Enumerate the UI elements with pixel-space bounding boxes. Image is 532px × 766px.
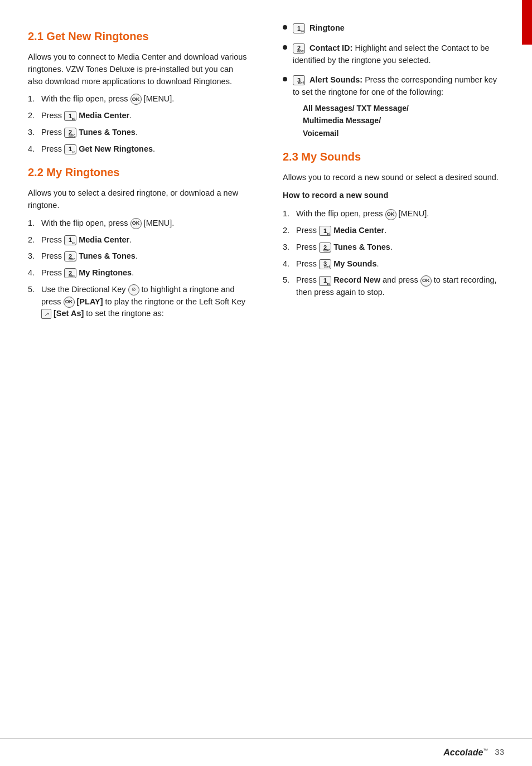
- step-22-4: 4. Press 2abc My Ringtones.: [28, 267, 249, 279]
- bullet-list: 1₂₀ Ringtone 2abc Contact ID: Highlight …: [283, 22, 504, 139]
- ok-icon: OK: [130, 94, 142, 105]
- step-23-1: 1. With the flip open, press OK [MENU].: [283, 208, 504, 220]
- key-2-23-icon: 2abc: [319, 243, 331, 253]
- right-column: 1₂₀ Ringtone 2abc Contact ID: Highlight …: [277, 22, 504, 329]
- section-21-title: 2.1 Get New Ringtones: [28, 28, 249, 45]
- section-21-steps: 1. With the flip open, press OK [MENU]. …: [28, 93, 249, 155]
- key-1-23-icon: 1₂₀: [319, 226, 331, 236]
- bullet-dot: [283, 25, 287, 30]
- how-to-title: How to record a new sound: [283, 190, 504, 202]
- key-3-alert-icon: 3def: [293, 75, 305, 85]
- key-2abc-icon: 2abc: [64, 128, 76, 138]
- bullet-ringtone: 1₂₀ Ringtone: [283, 22, 504, 35]
- key-1-ringtone-icon: 1₂₀: [293, 23, 305, 33]
- ok-icon-23: OK: [385, 209, 396, 220]
- step-23-2: 2. Press 1₂₀ Media Center.: [283, 225, 504, 237]
- step-22-1: 1. With the flip open, press OK [MENU].: [28, 217, 249, 230]
- key-1-icon: 1₂₀: [64, 111, 76, 121]
- step-22-3: 3. Press 2abc Tunes & Tones.: [28, 250, 249, 263]
- step-22-5: 5. Use the Directional Key ⊙ to highligh…: [28, 284, 249, 320]
- key-3-23-icon: 3def: [319, 259, 331, 269]
- left-column: 2.1 Get New Ringtones Allows you to conn…: [28, 22, 255, 329]
- key-2b-icon: 2abc: [64, 251, 76, 261]
- bullet-contact-id: 2abc Contact ID: Highlight and select th…: [283, 42, 504, 67]
- two-col-layout: 2.1 Get New Ringtones Allows you to conn…: [28, 22, 504, 329]
- step-21-4: 4. Press 1₂₀ Get New Ringtones.: [28, 143, 249, 156]
- key-1b-icon: 1₂₀: [64, 144, 76, 154]
- bookmark-tab: [522, 0, 532, 45]
- page-container: 2.1 Get New Ringtones Allows you to conn…: [0, 0, 532, 766]
- section-22-steps: 1. With the flip open, press OK [MENU]. …: [28, 217, 249, 320]
- step-21-1: 1. With the flip open, press OK [MENU].: [28, 93, 249, 105]
- page-number: 33: [495, 746, 504, 759]
- section-22-title: 2.2 My Ringtones: [28, 164, 249, 181]
- bullet-dot-2: [283, 45, 287, 50]
- ok-icon-22: OK: [130, 218, 142, 229]
- step-22-2: 2. Press 1₂₀ Media Center.: [28, 234, 249, 246]
- alert-sub-text: All Messages/ TXT Message/Multimedia Mes…: [303, 102, 504, 139]
- step-23-5: 5. Press 1₂₀ Record New and press OK to …: [283, 274, 504, 299]
- section-21-desc: Allows you to connect to Media Center an…: [28, 51, 249, 88]
- step-23-3: 3. Press 2abc Tunes & Tones.: [283, 241, 504, 254]
- bullet-dot-3: [283, 77, 287, 81]
- section-23-title: 2.3 My Sounds: [283, 148, 504, 165]
- step-21-3: 3. Press 2abc Tunes & Tones.: [28, 127, 249, 139]
- step-23-4: 4. Press 3def My Sounds.: [283, 258, 504, 270]
- section-23-steps: 1. With the flip open, press OK [MENU]. …: [283, 208, 504, 299]
- step-21-2: 2. Press 1₂₀ Media Center.: [28, 110, 249, 122]
- footer: Accolade™ 33: [0, 738, 532, 766]
- ok-rec-icon: OK: [420, 275, 432, 287]
- bullet-alert-sounds: 3def Alert Sounds: Press the correspondi…: [283, 74, 504, 139]
- key-1-rec-icon: 1₂₀: [319, 276, 331, 286]
- key-2c-icon: 2abc: [64, 268, 76, 278]
- ok-play-icon: OK: [64, 297, 75, 308]
- section-23-desc: Allows you to record a new sound or sele…: [283, 172, 504, 184]
- section-22-desc: Allows you to select a desired ringtone,…: [28, 187, 249, 212]
- softkey-icon: ↗: [41, 309, 51, 319]
- brand-name: Accolade™: [443, 746, 488, 759]
- key-2-contact-icon: 2abc: [293, 43, 305, 54]
- nav-icon: ⊙: [128, 284, 139, 295]
- key-1c-icon: 1₂₀: [64, 235, 76, 245]
